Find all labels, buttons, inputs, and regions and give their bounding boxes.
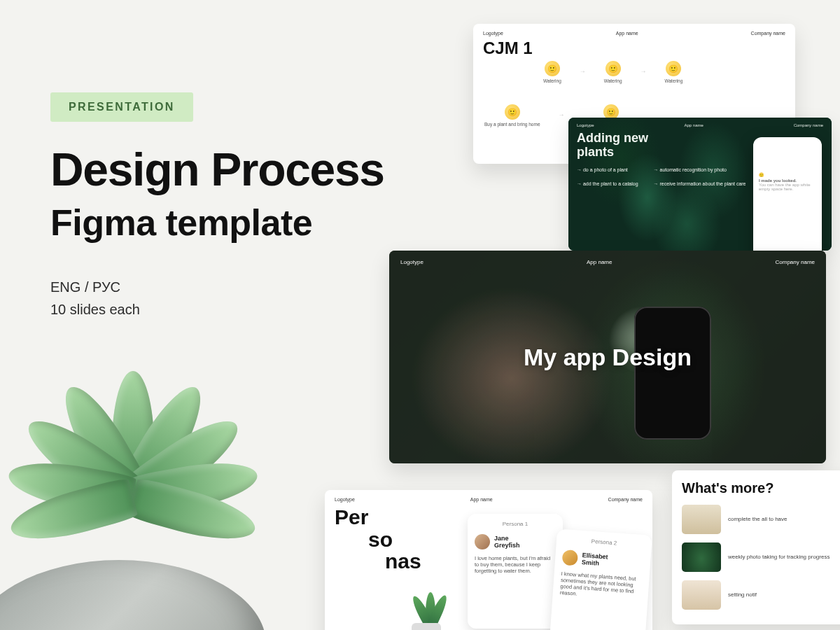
persona-label: Persona 2	[564, 536, 645, 548]
adding-bullet: add the plant to a catalog	[577, 181, 638, 188]
cjm-title: CJM 1	[473, 36, 795, 58]
more-row-text: complete the all to have	[728, 516, 788, 523]
arrow-right-icon: →	[640, 68, 647, 75]
thumbnail-icon	[682, 542, 721, 572]
emoji-icon: 🙂	[606, 61, 621, 76]
cjm-step-label: Buy a plant and bring home	[484, 122, 540, 127]
meta-block: ENG / РУС 10 slides each	[50, 276, 140, 321]
cjm-step-label: Watering	[543, 78, 561, 83]
adding-bullet: do a photo of a plant	[577, 167, 638, 174]
adding-bullet: receive information about the plant care	[654, 181, 746, 188]
avatar	[475, 534, 490, 550]
slide-logotype: Logotype	[335, 497, 355, 502]
arrow-right-icon: →	[580, 68, 586, 75]
cjm-step-label: Watering	[604, 78, 622, 83]
more-row-text: weekly photo taking for tracking progres…	[728, 554, 830, 561]
slide-company-name: Company name	[608, 497, 643, 502]
thumbnail-icon	[682, 505, 721, 534]
slide-whats-more: What's more? complete the all to have we…	[672, 470, 840, 624]
persona-label: Persona 1	[475, 521, 556, 527]
slide-app-name: App name	[616, 31, 638, 36]
persona-card-1: Persona 1 JaneGreyfish I love home plant…	[468, 514, 563, 629]
slide-company-name: Company name	[776, 259, 815, 265]
phone-mockup: 🙂 I made you looked. You can have the ap…	[753, 137, 822, 251]
persona-description: I know what my plants need, but sometime…	[560, 570, 643, 601]
slide-adding-plants: Logotype App name Company name Adding ne…	[568, 118, 832, 251]
plant-icon	[402, 577, 451, 630]
emoji-icon: 🙂	[545, 61, 560, 76]
succulent-illustration	[0, 364, 294, 630]
slide-app-name: App name	[587, 259, 612, 265]
slide-hero: Logotype App name Company name My app De…	[389, 251, 826, 463]
phone-mockup	[634, 307, 711, 440]
emoji-icon: 🙂	[666, 61, 681, 76]
hero-title: My app Design	[524, 344, 692, 371]
more-title: What's more?	[672, 470, 840, 500]
avatar	[562, 550, 578, 566]
persona-card-2: Persona 2 EllisabetSmith I know what my …	[549, 528, 652, 630]
slide-app-name: App name	[470, 497, 493, 502]
slide-logotype: Logotype	[483, 31, 503, 36]
slide-company-name: Company name	[751, 31, 785, 36]
arrow-right-icon: →	[559, 111, 565, 118]
main-title: Design Process	[50, 146, 384, 194]
presentation-badge: PRESENTATION	[50, 92, 193, 122]
meta-slides-count: 10 slides each	[50, 298, 140, 321]
adding-bullet: automatic recognition by photo	[654, 167, 746, 174]
phone-subtext: You can have the app white empty space h…	[759, 183, 816, 191]
main-subtitle: Figma template	[50, 202, 312, 244]
emoji-icon: 🙂	[505, 104, 520, 120]
cjm-step-label: Watering	[665, 78, 683, 83]
meta-languages: ENG / РУС	[50, 276, 140, 298]
slide-personas: Logotype App name Company name Per so na…	[325, 490, 652, 630]
thumbnail-icon	[682, 580, 721, 610]
more-row-text: setting notif	[728, 592, 757, 598]
slide-logotype: Logotype	[400, 259, 424, 265]
persona-description: I love home plants, but I'm afraid to bu…	[475, 555, 556, 574]
